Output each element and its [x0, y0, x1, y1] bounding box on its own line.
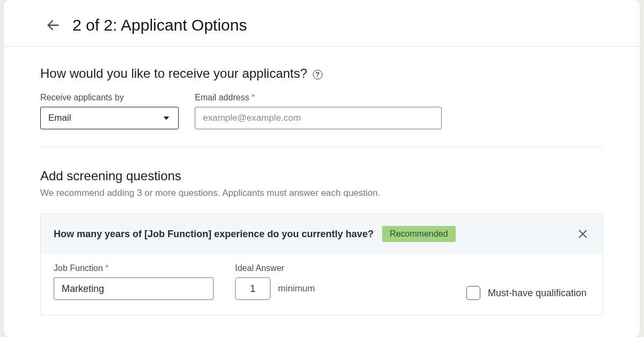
ideal-answer-suffix: minimum: [278, 283, 315, 294]
receive-by-field: Receive applicants by Email: [40, 93, 179, 129]
remove-question-button[interactable]: [576, 227, 590, 241]
job-function-label-text: Job Function: [54, 263, 103, 273]
receive-heading-row: How would you like to receive your appli…: [40, 66, 603, 81]
receive-by-value: Email: [48, 113, 71, 123]
receive-by-label: Receive applicants by: [40, 93, 179, 102]
ideal-answer-row: minimum: [235, 277, 315, 300]
email-input[interactable]: [195, 107, 442, 129]
recommended-badge: Recommended: [382, 226, 456, 242]
page-title: 2 of 2: Applicant Options: [72, 16, 247, 34]
ideal-answer-input[interactable]: [235, 277, 270, 300]
arrow-left-icon: [46, 18, 61, 33]
question-header: How many years of [Job Function] experie…: [41, 214, 603, 254]
required-star-icon: *: [252, 93, 255, 102]
screening-subtext: We recommend adding 3 or more questions.…: [40, 188, 603, 199]
job-function-input[interactable]: [54, 277, 214, 300]
page-header: 2 of 2: Applicant Options: [4, 0, 640, 46]
screening-heading: Add screening questions: [40, 169, 603, 184]
screening-question-card: How many years of [Job Function] experie…: [40, 214, 603, 316]
receive-fields-row: Receive applicants by Email Email addres…: [40, 93, 603, 129]
job-function-field: Job Function *: [54, 263, 214, 300]
form-card: 2 of 2: Applicant Options How would you …: [4, 0, 640, 337]
back-button[interactable]: [46, 18, 61, 33]
receive-heading: How would you like to receive your appli…: [40, 66, 308, 81]
ideal-answer-field: Ideal Answer minimum: [235, 263, 315, 300]
section-divider: [40, 146, 603, 147]
close-icon: [577, 228, 589, 240]
must-have-label: Must-have qualification: [488, 288, 587, 299]
email-label-text: Email address: [195, 93, 249, 102]
screening-section: Add screening questions We recommend add…: [40, 169, 603, 316]
svg-marker-1: [164, 116, 170, 120]
chevron-down-icon: [162, 114, 171, 122]
content: How would you like to receive your appli…: [4, 47, 640, 316]
required-star-icon: *: [105, 263, 108, 273]
email-field: Email address *: [195, 93, 442, 129]
must-have-checkbox[interactable]: [466, 286, 480, 300]
job-function-label: Job Function *: [54, 263, 214, 273]
must-have-field: Must-have qualification: [466, 286, 590, 300]
email-label: Email address *: [195, 93, 442, 102]
help-icon[interactable]: ?: [313, 70, 323, 79]
receive-by-select[interactable]: Email: [40, 107, 179, 129]
ideal-answer-label: Ideal Answer: [235, 263, 315, 273]
question-body: Job Function * Ideal Answer minimum: [41, 254, 603, 315]
question-text: How many years of [Job Function] experie…: [54, 229, 374, 240]
